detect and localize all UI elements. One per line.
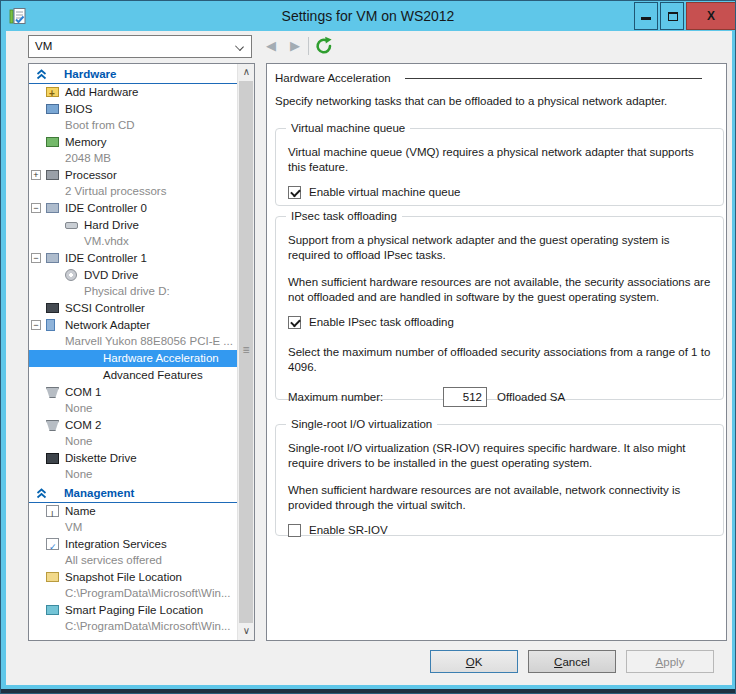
sidebar-item-label: Hardware Acceleration [103, 352, 219, 364]
ipsec-group: IPsec task offloading Support from a phy… [275, 216, 724, 400]
sidebar-item-bios[interactable]: BIOS [29, 101, 237, 118]
collapse-icon[interactable]: − [31, 320, 41, 330]
enable-vmq-checkbox[interactable] [288, 186, 301, 199]
sidebar-item-snapshot-file-location[interactable]: Snapshot File Location [29, 569, 237, 586]
expand-icon[interactable]: + [31, 170, 41, 180]
add-hardware-icon [46, 87, 59, 97]
sidebar-item-smart-paging-file-location[interactable]: Smart Paging File Location [29, 602, 237, 619]
sidebar-item-label: SCSI Controller [65, 302, 145, 314]
sidebar-item-subtext: C:\ProgramData\Microsoft\Win... [29, 586, 237, 602]
enable-ipsec-label: Enable IPsec task offloading [309, 316, 454, 328]
sidebar-item-label: COM 1 [65, 386, 101, 398]
sidebar-item-integration-services[interactable]: Integration Services [29, 536, 237, 553]
hardware-tree-panel: HardwareAdd HardwareBIOSBoot from CDMemo… [28, 63, 255, 641]
sidebar-item-subtext: Marvell Yukon 88E8056 PCI-E ... [29, 334, 237, 350]
sriov-group-title: Single-root I/O virtualization [286, 417, 437, 432]
sidebar-item-label: Diskette Drive [65, 452, 137, 464]
hard-drive-icon [65, 222, 78, 229]
sidebar-section-hardware[interactable]: Hardware [29, 64, 237, 84]
sidebar-item-com-1[interactable]: COM 1 [29, 384, 237, 401]
sidebar-item-subtext: C:\ProgramData\Microsoft\Win... [29, 619, 237, 635]
ok-button[interactable]: OK [430, 650, 518, 673]
sidebar-item-label: Network Adapter [65, 319, 150, 331]
refresh-button[interactable] [314, 36, 334, 56]
vm-selector-dropdown[interactable]: VM [28, 35, 252, 58]
sidebar-item-hardware-acceleration[interactable]: Hardware Acceleration [29, 350, 237, 367]
sidebar-item-label: DVD Drive [84, 269, 138, 281]
maximum-number-input[interactable] [443, 387, 487, 407]
vmq-group: Virtual machine queue Virtual machine qu… [275, 128, 724, 206]
enable-sriov-checkbox[interactable] [288, 524, 301, 537]
section-label: Management [64, 487, 134, 499]
sidebar-section-management[interactable]: Management [29, 483, 237, 503]
scrollbar-thumb[interactable] [239, 81, 253, 623]
sidebar-item-subtext: All services offered [29, 553, 237, 569]
sidebar-item-subtext: Physical drive D: [29, 284, 237, 300]
sidebar-item-label: Advanced Features [103, 369, 203, 381]
dvd-drive-icon [65, 269, 77, 281]
sidebar-item-vm-name[interactable]: Name [29, 503, 237, 520]
integration-services-icon [46, 538, 59, 550]
collapse-section-icon [36, 69, 47, 80]
enable-ipsec-checkbox[interactable] [288, 316, 301, 329]
sriov-description-1: Single-root I/O virtualization (SR-IOV) … [288, 441, 711, 471]
enable-vmq-row: Enable virtual machine queue [288, 185, 711, 199]
close-button[interactable]: X [686, 2, 736, 30]
minimize-icon [641, 17, 651, 20]
sidebar-item-subtext: None [29, 434, 237, 450]
ipsec-select-text: Select the maximum number of offloaded s… [288, 345, 711, 375]
sidebar-item-memory[interactable]: Memory [29, 134, 237, 151]
cancel-button[interactable]: Cancel [528, 650, 616, 673]
sidebar-item-label: Memory [65, 136, 107, 148]
diskette-drive-icon [46, 453, 59, 464]
collapse-icon[interactable]: − [31, 203, 41, 213]
sidebar-item-processor[interactable]: +Processor [29, 167, 237, 184]
sidebar-item-label: Smart Paging File Location [65, 604, 203, 616]
sidebar-item-subtext: Boot from CD [29, 118, 237, 134]
sidebar-item-label: Integration Services [65, 538, 167, 550]
sidebar-item-network-adapter[interactable]: −Network Adapter [29, 317, 237, 334]
navigate-forward-button[interactable]: ▶ [286, 36, 304, 56]
sidebar-item-dvd-drive[interactable]: DVD Drive [29, 267, 237, 284]
sidebar-item-ide-controller-1[interactable]: −IDE Controller 1 [29, 250, 237, 267]
sidebar-item-com-2[interactable]: COM 2 [29, 417, 237, 434]
settings-window: Settings for VM on WS2012 X VM ◀ ▶ Hardw… [0, 0, 736, 694]
collapse-icon[interactable]: − [31, 253, 41, 263]
apply-button[interactable]: Apply [626, 650, 714, 673]
maximize-button[interactable] [660, 2, 684, 30]
name-icon [46, 505, 59, 517]
enable-ipsec-row: Enable IPsec task offloading [288, 315, 711, 329]
navigate-back-button[interactable]: ◀ [262, 36, 280, 56]
scroll-up-icon[interactable] [238, 64, 255, 81]
chevron-down-icon [235, 42, 244, 51]
sidebar-item-subtext: VM [29, 520, 237, 536]
scroll-down-icon[interactable] [238, 623, 255, 640]
sidebar-item-label: Name [65, 505, 96, 517]
sidebar-item-diskette-drive[interactable]: Diskette Drive [29, 450, 237, 467]
ipsec-group-title: IPsec task offloading [286, 209, 402, 224]
sidebar-item-hard-drive[interactable]: Hard Drive [29, 217, 237, 234]
maximum-number-row: Maximum number: Offloaded SA [288, 387, 711, 407]
sidebar-item-scsi-controller[interactable]: SCSI Controller [29, 300, 237, 317]
sidebar-item-add-hardware[interactable]: Add Hardware [29, 84, 237, 101]
snapshot-icon [46, 572, 59, 582]
title-rule [405, 78, 702, 79]
vmq-group-title: Virtual machine queue [286, 121, 410, 136]
sidebar-item-advanced-features[interactable]: Advanced Features [29, 367, 237, 384]
sidebar-item-ide-controller-0[interactable]: −IDE Controller 0 [29, 200, 237, 217]
minimize-button[interactable] [634, 2, 658, 30]
sidebar-item-label: IDE Controller 1 [65, 252, 147, 264]
processor-icon [46, 170, 59, 180]
tree-scrollbar[interactable] [237, 64, 254, 640]
enable-sriov-row: Enable SR-IOV [288, 523, 711, 537]
sriov-description-2: When sufficient hardware resources are n… [288, 483, 711, 513]
sidebar-item-label: Snapshot File Location [65, 571, 182, 583]
window-title: Settings for VM on WS2012 [1, 1, 735, 31]
sidebar-item-label: Processor [65, 169, 117, 181]
maximize-icon [668, 12, 678, 21]
close-icon: X [707, 9, 715, 23]
vmq-description: Virtual machine queue (VMQ) requires a p… [288, 145, 711, 175]
sriov-group: Single-root I/O virtualization Single-ro… [275, 424, 724, 536]
sidebar-item-label: IDE Controller 0 [65, 202, 147, 214]
ipsec-description-1: Support from a physical network adapter … [288, 233, 711, 263]
